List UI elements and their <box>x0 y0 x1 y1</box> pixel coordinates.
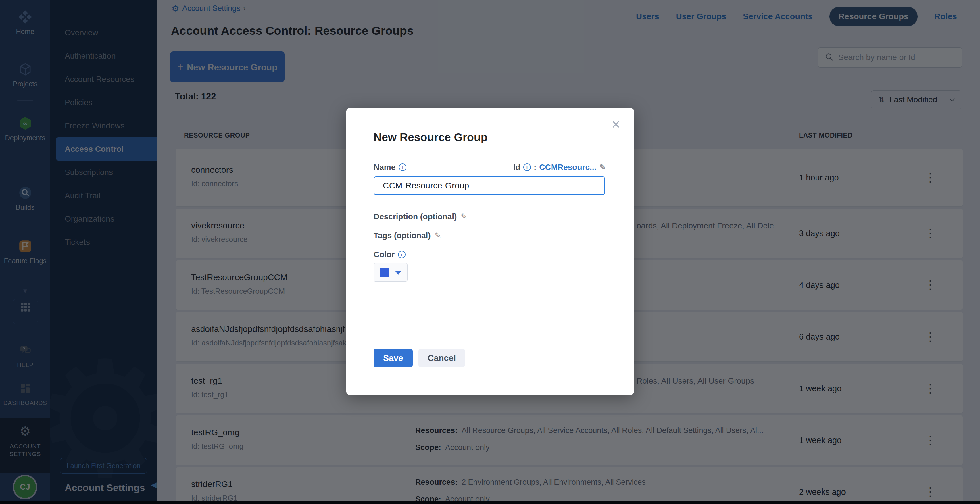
name-field[interactable] <box>374 176 605 195</box>
id-separator: : <box>534 163 536 172</box>
cancel-button[interactable]: Cancel <box>418 349 465 367</box>
new-resource-group-modal: × New Resource Group Name i Id i : CCMRe… <box>346 108 634 395</box>
info-icon[interactable]: i <box>523 164 531 171</box>
color-swatch <box>380 268 390 277</box>
edit-description-icon[interactable]: ✎ <box>461 212 467 221</box>
id-label: Id <box>513 163 520 172</box>
edit-id-icon[interactable]: ✎ <box>599 163 606 172</box>
id-value-link[interactable]: CCMResourc... <box>539 163 597 172</box>
name-label: Name i <box>374 163 406 172</box>
color-picker-button[interactable] <box>374 263 407 281</box>
bottom-edge-bar <box>0 501 980 504</box>
tags-label: Tags (optional) <box>374 231 431 240</box>
edit-tags-icon[interactable]: ✎ <box>435 231 441 240</box>
save-button[interactable]: Save <box>374 349 413 367</box>
id-row: Id i : CCMResourc... ✎ <box>513 163 606 172</box>
info-icon[interactable]: i <box>399 164 406 171</box>
color-label: Color i <box>374 250 406 259</box>
description-label: Description (optional) <box>374 212 457 221</box>
chevron-down-icon <box>395 271 401 275</box>
info-icon[interactable]: i <box>398 251 406 258</box>
modal-title: New Resource Group <box>374 131 488 144</box>
close-icon[interactable]: × <box>612 117 620 132</box>
